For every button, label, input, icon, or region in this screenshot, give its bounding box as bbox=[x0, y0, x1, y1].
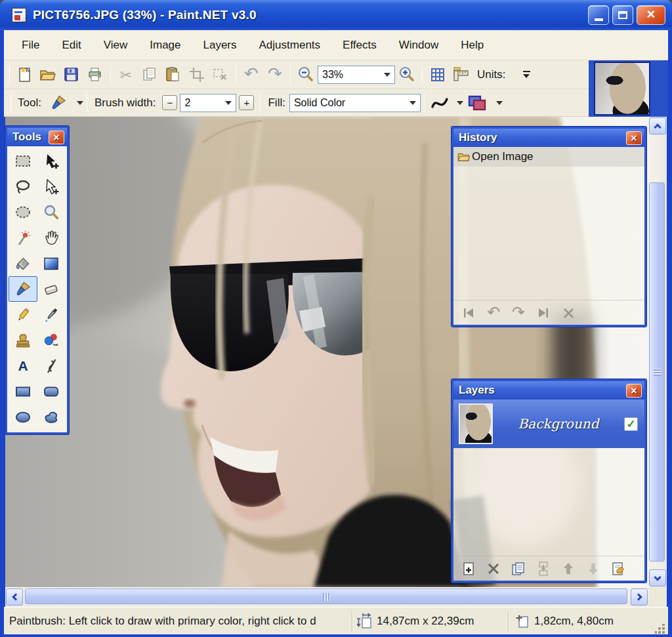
open-image-thumbnail[interactable] bbox=[594, 62, 650, 115]
delete-layer-button[interactable] bbox=[481, 558, 506, 579]
menu-image[interactable]: Image bbox=[138, 30, 192, 60]
scroll-right-button[interactable] bbox=[631, 588, 648, 606]
tool-magic-wand[interactable] bbox=[9, 225, 37, 251]
window-resize-grip[interactable] bbox=[655, 624, 665, 634]
chevron-down-icon[interactable] bbox=[496, 101, 503, 105]
copy-button[interactable] bbox=[138, 63, 161, 87]
layer-row-background[interactable]: Background ✓ bbox=[453, 400, 644, 448]
tool-line-curve[interactable] bbox=[37, 353, 66, 379]
paste-button[interactable] bbox=[161, 63, 185, 87]
history-delete-button[interactable] bbox=[556, 302, 581, 323]
print-button[interactable] bbox=[83, 63, 107, 87]
menu-window[interactable]: Window bbox=[388, 30, 450, 60]
maximize-button[interactable] bbox=[612, 5, 633, 25]
status-hint-text: Paintbrush: Left click to draw with prim… bbox=[9, 615, 316, 628]
zoom-out-button[interactable] bbox=[294, 63, 318, 87]
brush-width-increase-button[interactable]: + bbox=[239, 95, 254, 110]
tool-gradient[interactable] bbox=[37, 251, 66, 276]
history-undo-button[interactable]: ↶ bbox=[481, 302, 506, 323]
move-layer-up-button[interactable] bbox=[556, 558, 581, 579]
tool-paintbrush[interactable] bbox=[9, 276, 37, 302]
grid-button[interactable] bbox=[426, 63, 450, 87]
move-layer-down-button[interactable] bbox=[581, 558, 606, 579]
close-button[interactable]: × bbox=[637, 5, 665, 25]
history-rewind-button[interactable] bbox=[456, 302, 481, 323]
tool-lasso-select[interactable] bbox=[9, 174, 37, 199]
deselect-button[interactable] bbox=[209, 63, 232, 87]
fill-combobox[interactable]: Solid Color bbox=[289, 94, 421, 112]
tool-pan[interactable] bbox=[37, 225, 66, 251]
undo-button[interactable]: ↶ bbox=[240, 63, 263, 87]
layers-palette-close-button[interactable]: × bbox=[626, 384, 642, 398]
chevron-up-icon bbox=[654, 123, 661, 131]
open-button[interactable] bbox=[36, 63, 60, 87]
menu-adjustments[interactable]: Adjustments bbox=[248, 30, 332, 60]
tool-move-selected-pixels[interactable] bbox=[37, 148, 66, 174]
scroll-left-button[interactable] bbox=[6, 588, 23, 606]
chevron-down-icon[interactable] bbox=[457, 101, 463, 105]
tool-ellipse-select[interactable] bbox=[9, 199, 37, 225]
layer-visible-checkbox[interactable]: ✓ bbox=[624, 417, 638, 431]
tool-pencil[interactable] bbox=[9, 302, 37, 327]
vertical-scrollbar[interactable] bbox=[648, 117, 667, 587]
layer-properties-icon bbox=[610, 560, 627, 577]
menu-effects[interactable]: Effects bbox=[331, 30, 388, 60]
tool-text[interactable]: A bbox=[9, 353, 37, 379]
history-redo-button[interactable]: ↷ bbox=[506, 302, 531, 323]
scroll-up-button[interactable] bbox=[649, 117, 666, 134]
new-button[interactable]: ★ bbox=[12, 63, 36, 87]
tool-ellipse[interactable] bbox=[9, 404, 37, 430]
toolbar-overflow-button[interactable] bbox=[518, 65, 534, 85]
menu-file[interactable]: File bbox=[10, 30, 51, 60]
blend-mode-button[interactable] bbox=[463, 91, 491, 115]
tool-zoom[interactable] bbox=[37, 199, 66, 225]
tool-paint-bucket[interactable] bbox=[9, 251, 37, 276]
history-fast-forward-button[interactable] bbox=[531, 302, 556, 323]
brush-width-decrease-button[interactable]: − bbox=[162, 95, 177, 110]
tool-freeform-shape[interactable] bbox=[37, 404, 66, 430]
layer-properties-button[interactable] bbox=[606, 558, 631, 579]
zoom-in-button[interactable] bbox=[395, 63, 419, 87]
tool-rectangle[interactable] bbox=[9, 379, 37, 404]
duplicate-layer-button[interactable] bbox=[506, 558, 531, 579]
tool-color-picker[interactable] bbox=[37, 302, 66, 327]
tools-palette-titlebar[interactable]: Tools × bbox=[7, 128, 67, 146]
layers-palette-titlebar[interactable]: Layers × bbox=[453, 381, 644, 400]
menu-layers[interactable]: Layers bbox=[192, 30, 248, 60]
title-bar[interactable]: PICT6756.JPG (33%) - Paint.NET v3.0 × bbox=[0, 0, 672, 30]
menu-edit[interactable]: Edit bbox=[51, 30, 92, 60]
history-palette-close-button[interactable]: × bbox=[626, 131, 642, 145]
ruler-button[interactable] bbox=[450, 63, 473, 87]
chevron-down-icon[interactable] bbox=[77, 101, 83, 105]
save-button[interactable] bbox=[60, 63, 83, 87]
menu-view[interactable]: View bbox=[93, 30, 139, 60]
tool-clone-stamp[interactable] bbox=[9, 327, 37, 353]
chevron-down-icon bbox=[225, 101, 232, 105]
history-item-open-image[interactable]: Open Image bbox=[453, 147, 644, 167]
active-tool-button[interactable] bbox=[45, 91, 72, 115]
cut-button[interactable]: ✂ bbox=[114, 63, 138, 87]
crop-button[interactable] bbox=[185, 63, 209, 87]
menu-help[interactable]: Help bbox=[450, 30, 495, 60]
antialiasing-button[interactable] bbox=[428, 91, 452, 115]
zoom-combobox[interactable]: 33% bbox=[318, 66, 395, 84]
redo-button[interactable]: ↷ bbox=[263, 63, 287, 87]
tool-recolor[interactable] bbox=[37, 327, 66, 353]
horizontal-scroll-track[interactable] bbox=[24, 587, 630, 607]
brush-width-combobox[interactable]: 2 bbox=[180, 94, 236, 112]
horizontal-scroll-thumb[interactable] bbox=[25, 588, 627, 604]
scroll-down-button[interactable] bbox=[649, 569, 666, 586]
merge-layer-down-button[interactable] bbox=[531, 558, 556, 579]
tool-rounded-rectangle[interactable] bbox=[37, 379, 66, 404]
tool-rectangle-select[interactable] bbox=[9, 148, 37, 174]
tools-palette-close-button[interactable]: × bbox=[49, 131, 64, 144]
horizontal-scrollbar[interactable] bbox=[5, 587, 648, 607]
vertical-scroll-thumb[interactable] bbox=[649, 182, 665, 562]
tool-move-selection[interactable] bbox=[37, 174, 66, 199]
minimize-button[interactable] bbox=[588, 5, 609, 25]
vertical-scroll-track[interactable] bbox=[648, 135, 667, 569]
toolbar-separator bbox=[236, 66, 236, 84]
add-new-layer-button[interactable] bbox=[456, 558, 481, 579]
tool-eraser[interactable] bbox=[37, 276, 66, 302]
history-palette-titlebar[interactable]: History × bbox=[453, 129, 644, 147]
